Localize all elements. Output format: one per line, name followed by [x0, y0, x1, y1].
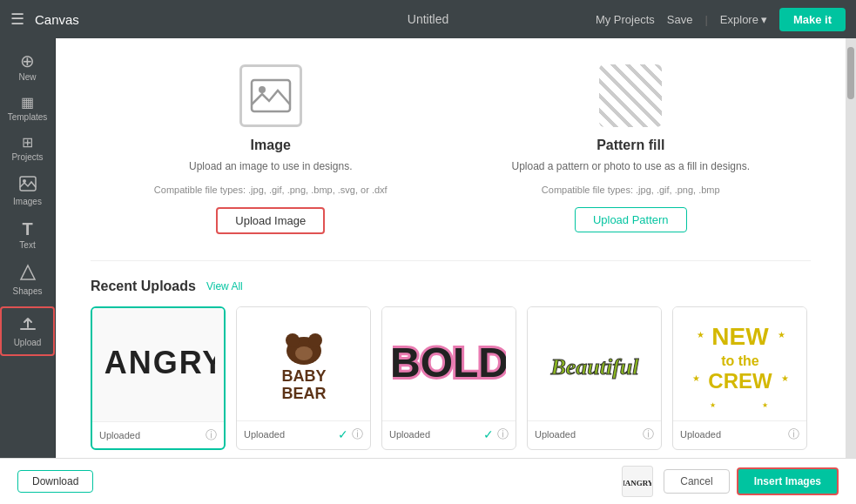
- upload-image-button[interactable]: Upload Image: [216, 207, 325, 234]
- menu-icon[interactable]: ☰: [10, 10, 24, 29]
- upload-card-beautiful[interactable]: Beautiful Uploaded ⓘ: [527, 306, 662, 450]
- sidebar: ⊕ New ▦ Templates ⊞ Projects Images T Te…: [0, 38, 56, 458]
- divider: |: [704, 13, 707, 26]
- svg-text:to the: to the: [721, 353, 759, 368]
- info-icon-baby-bear[interactable]: ⓘ: [352, 427, 363, 442]
- image-title: Image: [251, 138, 291, 153]
- check-icon-baby-bear: ✓: [338, 427, 348, 441]
- pattern-title: Pattern fill: [597, 138, 664, 153]
- svg-text:★: ★: [762, 401, 768, 409]
- recent-uploads-title: Recent Uploads: [91, 279, 196, 294]
- info-icon-bold[interactable]: ⓘ: [497, 427, 509, 442]
- chevron-down-icon: ▾: [761, 13, 767, 26]
- sidebar-item-text[interactable]: T Text: [0, 213, 55, 257]
- upload-card-image-new-crew: ★ ★ ★ ★ ★ ★ NEW to the CREW: [673, 307, 806, 420]
- upload-label-beautiful: Uploaded: [535, 429, 576, 440]
- svg-text:★: ★: [692, 373, 700, 383]
- svg-text:★: ★: [781, 373, 789, 383]
- sidebar-item-upload[interactable]: Upload: [0, 306, 55, 356]
- image-compat: Compatible file types: .jpg, .gif, .png,…: [154, 185, 388, 195]
- upload-card-image-hangry: HANGRY!: [92, 308, 224, 421]
- text-icon: T: [22, 220, 32, 238]
- sidebar-item-new[interactable]: ⊕ New: [0, 45, 55, 89]
- templates-icon: ▦: [21, 96, 34, 110]
- upload-card-image-bold: BOLD BOLD: [382, 307, 516, 420]
- info-icon-hangry[interactable]: ⓘ: [206, 427, 217, 443]
- image-desc: Upload an image to use in designs.: [189, 158, 352, 174]
- svg-point-7: [286, 333, 300, 347]
- new-icon: ⊕: [20, 52, 35, 70]
- svg-marker-2: [21, 265, 35, 279]
- svg-text:BABY: BABY: [281, 367, 326, 385]
- recent-uploads-section: Recent Uploads View All HANGRY! Uploaded…: [91, 279, 811, 450]
- sidebar-label-upload: Upload: [14, 338, 42, 347]
- svg-point-4: [259, 86, 266, 93]
- image-upload-option: Image Upload an image to use in designs.…: [109, 64, 433, 234]
- pattern-compat: Compatible file types: .jpg, .gif, .png,…: [542, 185, 720, 195]
- upload-card-footer-hangry: Uploaded ⓘ: [92, 421, 224, 448]
- svg-text:HANGRY!: HANGRY!: [102, 345, 215, 380]
- svg-rect-3: [252, 80, 290, 111]
- info-icon-new-crew[interactable]: ⓘ: [788, 427, 799, 442]
- image-upload-icon: [239, 64, 302, 127]
- pattern-upload-option: Pattern fill Upload a pattern or photo t…: [468, 64, 792, 232]
- sidebar-label-templates: Templates: [8, 112, 48, 122]
- selected-image-thumb: HANGRY!: [622, 466, 653, 497]
- sidebar-label-images: Images: [13, 197, 42, 206]
- upload-label-new-crew: Uploaded: [680, 429, 721, 440]
- sidebar-label-new: New: [18, 72, 36, 82]
- scrollbar[interactable]: [846, 38, 856, 458]
- upload-card-image-beautiful: Beautiful: [528, 307, 661, 420]
- upload-label-hangry: Uploaded: [99, 430, 140, 440]
- save-button[interactable]: Save: [667, 13, 693, 26]
- sidebar-label-shapes: Shapes: [13, 286, 43, 296]
- svg-text:CREW: CREW: [708, 369, 772, 393]
- upload-card-image-baby-bear: BABY BEAR: [237, 307, 370, 420]
- pattern-desc: Upload a pattern or photo to use as a fi…: [511, 158, 750, 174]
- uploads-grid: HANGRY! Uploaded ⓘ: [91, 306, 811, 450]
- svg-text:★: ★: [778, 330, 785, 339]
- upload-card-footer-new-crew: Uploaded ⓘ: [673, 420, 806, 447]
- cancel-button[interactable]: Cancel: [664, 469, 729, 494]
- bottom-bar: Download HANGRY! Cancel Insert Images: [0, 458, 856, 504]
- insert-images-button[interactable]: Insert Images: [737, 467, 839, 495]
- download-button[interactable]: Download: [17, 470, 93, 493]
- upload-card-footer-baby-bear: Uploaded ✓ ⓘ: [237, 420, 370, 447]
- upload-card-footer-beautiful: Uploaded ⓘ: [528, 420, 661, 447]
- header: ☰ Canvas Untitled My Projects Save | Exp…: [0, 0, 856, 38]
- view-all-link[interactable]: View All: [206, 280, 243, 292]
- svg-text:BEAR: BEAR: [281, 385, 326, 402]
- scrollbar-thumb[interactable]: [847, 47, 854, 99]
- explore-menu[interactable]: Explore ▾: [720, 13, 767, 26]
- upload-label-baby-bear: Uploaded: [244, 429, 285, 440]
- pattern-icon: [599, 64, 662, 127]
- svg-text:★: ★: [710, 401, 716, 409]
- upload-card-hangry[interactable]: HANGRY! Uploaded ⓘ: [91, 306, 226, 450]
- sidebar-item-templates[interactable]: ▦ Templates: [0, 89, 55, 129]
- upload-card-new-crew[interactable]: ★ ★ ★ ★ ★ ★ NEW to the CREW: [672, 306, 807, 450]
- sidebar-item-shapes[interactable]: Shapes: [0, 257, 55, 303]
- shapes-icon: [19, 264, 37, 284]
- document-title[interactable]: Untitled: [408, 12, 448, 26]
- upload-card-footer-bold: Uploaded ✓ ⓘ: [382, 420, 516, 447]
- sidebar-label-projects: Projects: [11, 152, 43, 162]
- upload-icon: [18, 315, 37, 335]
- svg-point-9: [295, 346, 313, 360]
- info-icon-beautiful[interactable]: ⓘ: [643, 427, 654, 442]
- svg-text:★: ★: [697, 330, 704, 339]
- sidebar-label-text: Text: [19, 240, 35, 250]
- my-projects-link[interactable]: My Projects: [596, 13, 655, 26]
- upload-card-baby-bear[interactable]: BABY BEAR Uploaded ✓ ⓘ: [236, 306, 371, 450]
- make-it-button[interactable]: Make it: [779, 8, 846, 31]
- recent-uploads-header: Recent Uploads View All: [91, 279, 811, 294]
- sidebar-item-projects[interactable]: ⊞ Projects: [0, 129, 55, 169]
- upload-options: Image Upload an image to use in designs.…: [91, 64, 811, 261]
- svg-text:BOLD: BOLD: [393, 339, 506, 386]
- projects-icon: ⊞: [22, 136, 33, 150]
- sidebar-item-images[interactable]: Images: [0, 169, 55, 213]
- header-actions: My Projects Save | Explore ▾ Make it: [596, 8, 846, 31]
- upload-pattern-button[interactable]: Upload Pattern: [575, 207, 687, 232]
- svg-text:NEW: NEW: [711, 323, 769, 350]
- upload-card-bold[interactable]: BOLD BOLD Uploaded ✓ ⓘ: [381, 306, 516, 450]
- svg-text:HANGRY!: HANGRY!: [623, 479, 651, 487]
